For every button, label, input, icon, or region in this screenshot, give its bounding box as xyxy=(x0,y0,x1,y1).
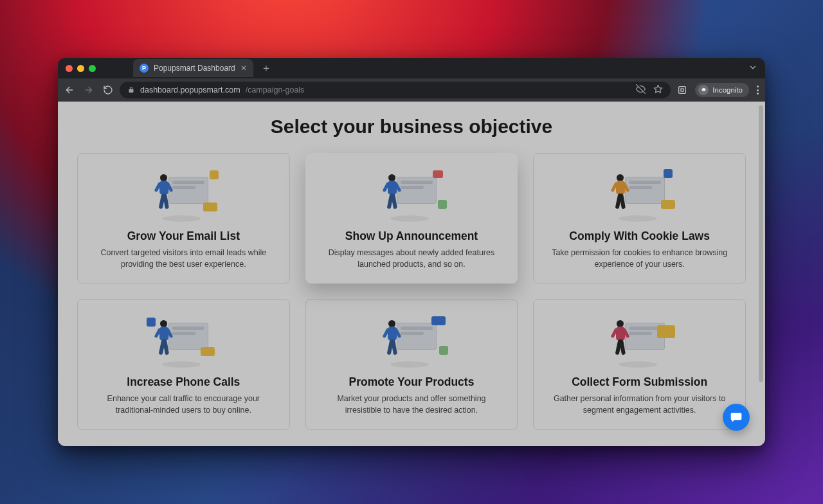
objective-title: Increase Phone Calls xyxy=(127,375,240,389)
browser-menu-button[interactable] xyxy=(757,86,759,94)
svg-rect-3 xyxy=(679,87,686,94)
objective-description: Enhance your call traffic to encourage y… xyxy=(93,393,273,416)
browser-window: P Popupsmart Dashboard ✕ ＋ xyxy=(58,58,765,446)
extensions-button[interactable] xyxy=(677,85,687,95)
objective-illustration xyxy=(604,314,675,366)
address-bar[interactable]: dashboard.popupsmart.com/campaign-goals xyxy=(120,82,671,98)
chat-icon xyxy=(730,411,743,424)
url-host: dashboard.popupsmart.com xyxy=(140,86,240,94)
objectives-grid: Grow Your Email ListConvert targeted vis… xyxy=(77,153,746,430)
objective-description: Gather personal information from your vi… xyxy=(550,393,730,416)
page-viewport: Select your business objective Grow Your… xyxy=(58,102,765,446)
page-content: Select your business objective Grow Your… xyxy=(58,102,765,446)
objective-illustration xyxy=(604,168,675,221)
window-minimize-button[interactable] xyxy=(77,65,84,72)
objective-card[interactable]: Collect Form SubmissionGather personal i… xyxy=(533,299,746,429)
incognito-icon xyxy=(698,85,709,95)
nav-reload-button[interactable] xyxy=(103,85,113,95)
browser-toolbar: dashboard.popupsmart.com/campaign-goals xyxy=(58,78,765,102)
browser-tab-active[interactable]: P Popupsmart Dashboard ✕ xyxy=(133,59,253,77)
eye-off-icon[interactable] xyxy=(636,84,646,96)
objective-title: Collect Form Submission xyxy=(572,375,707,389)
tab-title: Popupsmart Dashboard xyxy=(154,64,235,73)
incognito-label: Incognito xyxy=(712,86,743,94)
scrollbar-thumb[interactable] xyxy=(759,105,763,382)
objective-illustration xyxy=(148,314,219,366)
objective-title: Promote Your Products xyxy=(349,375,475,389)
page-scrollbar[interactable] xyxy=(757,102,764,446)
objective-card[interactable]: Show Up AnnouncementDisplay messages abo… xyxy=(305,153,518,284)
tab-favicon-icon: P xyxy=(140,64,149,73)
objective-card[interactable]: Comply With Cookie LawsTake permission f… xyxy=(533,153,746,284)
window-controls xyxy=(66,65,96,72)
incognito-indicator[interactable]: Incognito xyxy=(695,83,749,97)
window-fullscreen-button[interactable] xyxy=(89,65,96,72)
objective-card[interactable]: Grow Your Email ListConvert targeted vis… xyxy=(77,153,290,284)
desktop-wallpaper: P Popupsmart Dashboard ✕ ＋ xyxy=(0,0,823,504)
lock-icon xyxy=(127,86,135,94)
chat-widget-button[interactable] xyxy=(723,404,750,431)
objective-illustration xyxy=(376,314,447,366)
svg-marker-2 xyxy=(655,85,663,93)
objective-illustration xyxy=(148,168,219,221)
objective-illustration xyxy=(376,168,447,221)
objective-title: Comply With Cookie Laws xyxy=(569,230,710,243)
tab-close-button[interactable]: ✕ xyxy=(240,64,247,73)
bookmark-star-button[interactable] xyxy=(653,84,663,96)
url-path: /campaign-goals xyxy=(246,86,305,94)
objective-description: Convert targeted visitors into email lea… xyxy=(93,247,273,270)
objective-description: Take permission for cookies to enhance b… xyxy=(550,247,730,270)
objective-card[interactable]: Increase Phone CallsEnhance your call tr… xyxy=(77,299,290,429)
page-title: Select your business objective xyxy=(77,116,746,138)
svg-rect-4 xyxy=(681,89,683,91)
browser-tabstrip: P Popupsmart Dashboard ✕ ＋ xyxy=(58,58,765,78)
window-close-button[interactable] xyxy=(66,65,73,72)
nav-forward-button[interactable] xyxy=(84,85,94,95)
nav-back-button[interactable] xyxy=(64,85,75,95)
objective-title: Grow Your Email List xyxy=(127,230,240,243)
objective-description: Market your products and offer something… xyxy=(321,393,502,416)
objective-card[interactable]: Promote Your ProductsMarket your product… xyxy=(305,299,518,429)
objective-description: Display messages about newly added featu… xyxy=(321,247,502,270)
tabs-dropdown-button[interactable] xyxy=(748,63,757,74)
objective-title: Show Up Announcement xyxy=(345,230,478,243)
new-tab-button[interactable]: ＋ xyxy=(258,60,274,76)
